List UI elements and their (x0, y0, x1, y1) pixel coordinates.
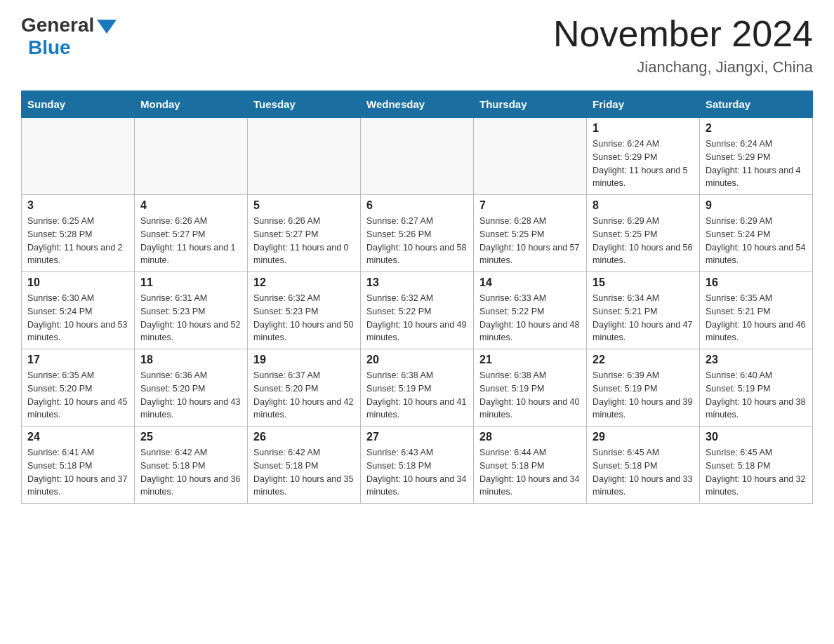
calendar-cell (22, 118, 135, 195)
calendar-cell: 26Sunrise: 6:42 AMSunset: 5:18 PMDayligh… (248, 427, 361, 504)
day-detail: Sunrise: 6:37 AMSunset: 5:20 PMDaylight:… (253, 369, 355, 422)
col-thursday: Thursday (474, 91, 587, 118)
day-detail: Sunrise: 6:24 AMSunset: 5:29 PMDaylight:… (706, 137, 807, 190)
day-number: 26 (253, 431, 355, 443)
calendar-cell: 3Sunrise: 6:25 AMSunset: 5:28 PMDaylight… (22, 195, 135, 272)
calendar-cell (248, 118, 361, 195)
day-number: 14 (479, 276, 581, 289)
calendar-cell: 28Sunrise: 6:44 AMSunset: 5:18 PMDayligh… (474, 427, 587, 504)
day-number: 11 (140, 276, 241, 289)
calendar-cell: 19Sunrise: 6:37 AMSunset: 5:20 PMDayligh… (248, 349, 361, 427)
day-number: 2 (706, 122, 807, 135)
header: General Blue November 2024 Jianchang, Ji… (21, 14, 813, 76)
day-detail: Sunrise: 6:26 AMSunset: 5:27 PMDaylight:… (253, 215, 355, 267)
day-number: 10 (27, 276, 128, 289)
day-number: 28 (479, 431, 581, 443)
calendar-cell: 14Sunrise: 6:33 AMSunset: 5:22 PMDayligh… (474, 272, 587, 349)
calendar-cell (135, 118, 248, 195)
col-friday: Friday (587, 91, 700, 118)
col-wednesday: Wednesday (361, 91, 474, 118)
day-number: 13 (366, 276, 468, 289)
calendar-cell: 23Sunrise: 6:40 AMSunset: 5:19 PMDayligh… (700, 349, 813, 427)
calendar-cell: 13Sunrise: 6:32 AMSunset: 5:22 PMDayligh… (361, 272, 474, 349)
day-detail: Sunrise: 6:42 AMSunset: 5:18 PMDaylight:… (253, 446, 355, 499)
day-number: 15 (593, 276, 694, 289)
day-number: 5 (253, 199, 355, 212)
day-detail: Sunrise: 6:40 AMSunset: 5:19 PMDaylight:… (706, 369, 807, 422)
calendar-cell: 7Sunrise: 6:28 AMSunset: 5:25 PMDaylight… (474, 195, 587, 272)
week-row-5: 24Sunrise: 6:41 AMSunset: 5:18 PMDayligh… (22, 427, 813, 504)
calendar-cell: 20Sunrise: 6:38 AMSunset: 5:19 PMDayligh… (361, 349, 474, 427)
day-detail: Sunrise: 6:32 AMSunset: 5:22 PMDaylight:… (366, 292, 468, 344)
logo: General Blue (21, 14, 117, 59)
day-detail: Sunrise: 6:39 AMSunset: 5:19 PMDaylight:… (593, 369, 694, 422)
calendar-cell: 1Sunrise: 6:24 AMSunset: 5:29 PMDaylight… (587, 118, 700, 195)
day-detail: Sunrise: 6:44 AMSunset: 5:18 PMDaylight:… (479, 446, 581, 499)
day-detail: Sunrise: 6:29 AMSunset: 5:25 PMDaylight:… (593, 215, 694, 267)
week-row-1: 1Sunrise: 6:24 AMSunset: 5:29 PMDaylight… (22, 118, 813, 195)
day-detail: Sunrise: 6:45 AMSunset: 5:18 PMDaylight:… (706, 446, 807, 499)
calendar-cell: 21Sunrise: 6:38 AMSunset: 5:19 PMDayligh… (474, 349, 587, 427)
day-detail: Sunrise: 6:34 AMSunset: 5:21 PMDaylight:… (593, 292, 694, 344)
day-number: 24 (27, 431, 128, 443)
day-number: 23 (706, 354, 807, 366)
day-detail: Sunrise: 6:42 AMSunset: 5:18 PMDaylight:… (140, 446, 241, 499)
col-sunday: Sunday (22, 91, 135, 118)
day-number: 17 (27, 354, 128, 366)
day-number: 9 (706, 199, 807, 212)
day-detail: Sunrise: 6:33 AMSunset: 5:22 PMDaylight:… (479, 292, 581, 344)
col-tuesday: Tuesday (248, 91, 361, 118)
day-number: 8 (593, 199, 694, 212)
week-row-3: 10Sunrise: 6:30 AMSunset: 5:24 PMDayligh… (22, 272, 813, 349)
day-detail: Sunrise: 6:41 AMSunset: 5:18 PMDaylight:… (27, 446, 128, 499)
calendar-cell (474, 118, 587, 195)
day-detail: Sunrise: 6:45 AMSunset: 5:18 PMDaylight:… (593, 446, 694, 499)
day-number: 4 (140, 199, 241, 212)
month-title: November 2024 (553, 14, 813, 54)
day-number: 6 (366, 199, 468, 212)
calendar-header-row: Sunday Monday Tuesday Wednesday Thursday… (22, 91, 813, 118)
day-number: 25 (140, 431, 241, 443)
day-number: 20 (366, 354, 468, 366)
day-number: 1 (593, 122, 694, 135)
col-saturday: Saturday (700, 91, 813, 118)
calendar-cell: 24Sunrise: 6:41 AMSunset: 5:18 PMDayligh… (22, 427, 135, 504)
day-detail: Sunrise: 6:29 AMSunset: 5:24 PMDaylight:… (706, 215, 807, 267)
day-number: 18 (140, 354, 241, 366)
calendar-cell: 4Sunrise: 6:26 AMSunset: 5:27 PMDaylight… (135, 195, 248, 272)
day-number: 12 (253, 276, 355, 289)
day-number: 29 (593, 431, 694, 443)
calendar-cell: 10Sunrise: 6:30 AMSunset: 5:24 PMDayligh… (22, 272, 135, 349)
col-monday: Monday (135, 91, 248, 118)
calendar-cell: 6Sunrise: 6:27 AMSunset: 5:26 PMDaylight… (361, 195, 474, 272)
day-detail: Sunrise: 6:36 AMSunset: 5:20 PMDaylight:… (140, 369, 241, 422)
calendar-cell: 16Sunrise: 6:35 AMSunset: 5:21 PMDayligh… (700, 272, 813, 349)
day-detail: Sunrise: 6:38 AMSunset: 5:19 PMDaylight:… (366, 369, 468, 422)
day-detail: Sunrise: 6:31 AMSunset: 5:23 PMDaylight:… (140, 292, 241, 344)
day-detail: Sunrise: 6:26 AMSunset: 5:27 PMDaylight:… (140, 215, 241, 267)
calendar-cell: 8Sunrise: 6:29 AMSunset: 5:25 PMDaylight… (587, 195, 700, 272)
title-area: November 2024 Jianchang, Jiangxi, China (553, 14, 813, 76)
calendar-cell: 11Sunrise: 6:31 AMSunset: 5:23 PMDayligh… (135, 272, 248, 349)
day-detail: Sunrise: 6:25 AMSunset: 5:28 PMDaylight:… (27, 215, 128, 267)
day-number: 7 (479, 199, 581, 212)
day-detail: Sunrise: 6:35 AMSunset: 5:21 PMDaylight:… (706, 292, 807, 344)
calendar-cell: 30Sunrise: 6:45 AMSunset: 5:18 PMDayligh… (700, 427, 813, 504)
calendar-cell: 12Sunrise: 6:32 AMSunset: 5:23 PMDayligh… (248, 272, 361, 349)
location-title: Jianchang, Jiangxi, China (553, 58, 813, 76)
week-row-2: 3Sunrise: 6:25 AMSunset: 5:28 PMDaylight… (22, 195, 813, 272)
day-number: 27 (366, 431, 468, 443)
calendar-cell (361, 118, 474, 195)
day-number: 16 (706, 276, 807, 289)
day-detail: Sunrise: 6:38 AMSunset: 5:19 PMDaylight:… (479, 369, 581, 422)
day-detail: Sunrise: 6:32 AMSunset: 5:23 PMDaylight:… (253, 292, 355, 344)
calendar-cell: 2Sunrise: 6:24 AMSunset: 5:29 PMDaylight… (700, 118, 813, 195)
calendar-cell: 9Sunrise: 6:29 AMSunset: 5:24 PMDaylight… (700, 195, 813, 272)
day-detail: Sunrise: 6:35 AMSunset: 5:20 PMDaylight:… (27, 369, 128, 422)
calendar-table: Sunday Monday Tuesday Wednesday Thursday… (21, 90, 813, 504)
calendar-cell: 17Sunrise: 6:35 AMSunset: 5:20 PMDayligh… (22, 349, 135, 427)
calendar-cell: 22Sunrise: 6:39 AMSunset: 5:19 PMDayligh… (587, 349, 700, 427)
day-detail: Sunrise: 6:28 AMSunset: 5:25 PMDaylight:… (479, 215, 581, 267)
day-number: 19 (253, 354, 355, 366)
day-detail: Sunrise: 6:30 AMSunset: 5:24 PMDaylight:… (27, 292, 128, 344)
